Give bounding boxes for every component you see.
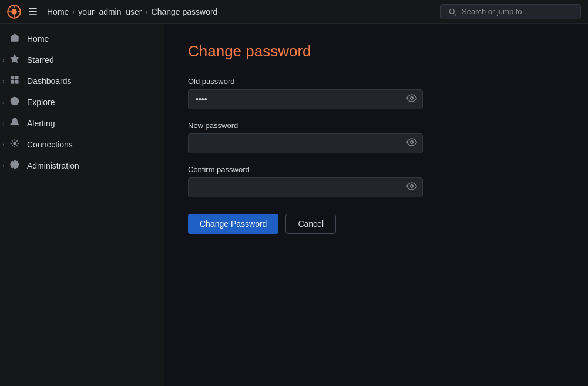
- btn-row: Change Password Cancel: [188, 214, 565, 234]
- svg-point-13: [14, 142, 16, 145]
- topbar: ☰ Home › your_admin_user › Change passwo…: [0, 0, 588, 24]
- confirm-password-input[interactable]: [188, 177, 423, 197]
- svg-point-15: [411, 97, 414, 100]
- chevron-starred: ›: [2, 57, 4, 63]
- search-icon: [448, 7, 457, 16]
- sidebar-item-explore[interactable]: › Explore: [0, 92, 164, 113]
- svg-rect-10: [15, 80, 18, 83]
- old-password-group: Old password: [188, 77, 565, 109]
- new-password-group: New password: [188, 121, 565, 153]
- svg-point-1: [11, 9, 17, 15]
- chevron-alerting: ›: [2, 120, 4, 127]
- grafana-logo: [7, 5, 21, 19]
- old-password-label: Old password: [188, 77, 565, 86]
- change-password-button[interactable]: Change Password: [188, 214, 278, 234]
- svg-point-17: [411, 185, 414, 188]
- chevron-explore: ›: [2, 99, 4, 106]
- old-password-input[interactable]: [188, 89, 423, 109]
- chevron-administration: ›: [2, 163, 4, 169]
- svg-rect-7: [11, 76, 14, 79]
- new-password-label: New password: [188, 121, 565, 130]
- sidebar: Home › Starred › Dashboar: [0, 24, 164, 386]
- sidebar-item-starred[interactable]: › Starred: [0, 49, 164, 71]
- page-title: Change password: [188, 42, 565, 61]
- main-content: Change password Old password New passwor…: [164, 24, 588, 386]
- topbar-left: ☰ Home › your_admin_user › Change passwo…: [7, 5, 217, 19]
- sidebar-alerting-label: Alerting: [27, 119, 154, 128]
- chevron-dashboards: ›: [2, 78, 4, 85]
- sidebar-starred-label: Starred: [27, 55, 154, 65]
- new-password-wrapper: [188, 133, 423, 153]
- bell-icon: [9, 118, 20, 129]
- confirm-password-toggle-icon[interactable]: [406, 181, 417, 194]
- sidebar-home-label: Home: [27, 34, 154, 43]
- breadcrumb: Home › your_admin_user › Change password: [47, 7, 217, 16]
- home-icon: [9, 33, 20, 45]
- layout: Home › Starred › Dashboar: [0, 24, 588, 386]
- svg-point-16: [411, 141, 414, 144]
- svg-point-12: [14, 100, 16, 102]
- old-password-toggle-icon[interactable]: [406, 93, 417, 106]
- svg-marker-6: [11, 55, 18, 62]
- sidebar-item-administration[interactable]: › Administration: [0, 155, 164, 176]
- sidebar-item-alerting[interactable]: › Alerting: [0, 113, 164, 134]
- svg-rect-8: [15, 76, 18, 79]
- cancel-button[interactable]: Cancel: [285, 214, 336, 234]
- sidebar-explore-label: Explore: [27, 98, 154, 107]
- new-password-input[interactable]: [188, 133, 423, 153]
- connections-icon: [9, 139, 20, 150]
- svg-rect-9: [11, 80, 14, 83]
- confirm-password-group: Confirm password: [188, 165, 565, 197]
- explore-icon: [9, 96, 20, 108]
- new-password-toggle-icon[interactable]: [406, 137, 417, 150]
- sidebar-connections-label: Connections: [27, 140, 154, 149]
- search-bar[interactable]: Search or jump to...: [440, 4, 581, 19]
- chevron-connections: ›: [2, 142, 4, 148]
- breadcrumb-home[interactable]: Home: [47, 7, 69, 16]
- breadcrumb-sep-2: ›: [146, 8, 148, 16]
- breadcrumb-sep-1: ›: [72, 8, 75, 16]
- sidebar-item-connections[interactable]: › Connections: [0, 134, 164, 155]
- star-icon: [9, 54, 20, 66]
- hamburger-icon[interactable]: ☰: [28, 5, 38, 18]
- sidebar-item-home[interactable]: Home: [0, 28, 164, 49]
- search-placeholder: Search or jump to...: [462, 7, 528, 16]
- sidebar-dashboards-label: Dashboards: [27, 76, 154, 86]
- old-password-wrapper: [188, 89, 423, 109]
- sidebar-administration-label: Administration: [27, 161, 154, 170]
- confirm-password-label: Confirm password: [188, 165, 565, 174]
- sidebar-item-dashboards[interactable]: › Dashboards: [0, 71, 164, 92]
- confirm-password-wrapper: [188, 177, 423, 197]
- gear-icon: [9, 160, 20, 172]
- breadcrumb-user[interactable]: your_admin_user: [78, 7, 142, 16]
- dashboards-icon: [9, 75, 20, 87]
- breadcrumb-current: Change password: [152, 7, 218, 16]
